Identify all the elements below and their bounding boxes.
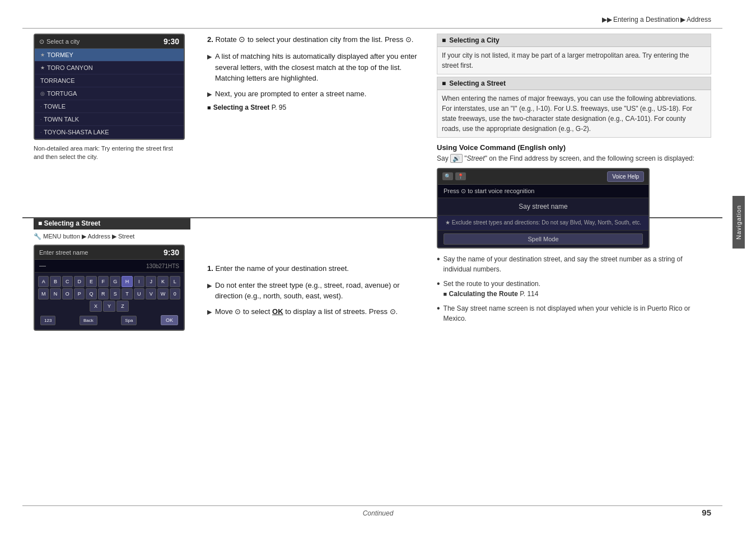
key-N[interactable]: N [50,288,60,299]
key-J[interactable]: J [146,276,156,287]
city-item-text-6: TOYON-SHASTA LAKE [44,129,109,135]
key-H[interactable]: H [122,276,132,287]
step2-ref-icon: ■ [207,104,211,111]
city-screen-time: 9:30 [164,37,179,46]
city-item-text-1: TORO CANYON [47,64,93,71]
street-counter: 130b271HTS [146,263,179,269]
step1-number: 1. [207,264,213,273]
street-box-icon: ■ [442,79,446,87]
continued-text: Continued [363,509,394,517]
key-B[interactable]: B [50,276,60,287]
key-C[interactable]: C [62,276,73,287]
key-E[interactable]: E [86,276,96,287]
step1-bullet2-text: Move ⊙ to select OK to display a list of… [215,306,398,317]
say-icon: 🔊 [450,154,463,163]
key-T[interactable]: T [122,288,132,299]
step1-bullet2: ▶ Move ⊙ to select OK to display a list … [207,306,420,317]
voice-spell-button[interactable]: Spell Mode [444,233,643,245]
key-D[interactable]: D [74,276,85,287]
key-M[interactable]: M [38,288,49,299]
street-screen-title: Enter street name [39,249,88,256]
key-0[interactable]: 0 [170,288,180,299]
keyboard-row-3: X Y Z [38,301,180,312]
key-ok[interactable]: OK [161,315,178,325]
city-list-item-6: · TOYON-SHASTA LAKE [35,126,184,139]
key-V[interactable]: V [146,288,156,299]
right-column: ■ Selecting a City If your city is not l… [437,34,711,328]
city-list-item-0: ★ TORMEY [35,49,184,62]
voice-screen-header: 🔍 📍 Voice Help [438,169,648,185]
bottom-rule [22,505,722,506]
voice-ref-icon: ■ [444,291,447,297]
selecting-city-box: ■ Selecting a City If your city is not l… [437,34,711,74]
key-Q[interactable]: Q [86,288,96,299]
key-O[interactable]: O [62,288,73,299]
key-G[interactable]: G [110,276,120,287]
voice-info-row: ★ Exclude street types and directions: D… [438,216,648,231]
key-Z[interactable]: Z [116,301,129,312]
key-U[interactable]: U [134,288,144,299]
voice-say-row: Say street name [438,198,648,216]
step2-ref: ■ Selecting a Street P. 95 [207,104,420,111]
key-I[interactable]: I [134,276,144,287]
city-item-text-2: TORRANCE [40,77,75,84]
top-rule [22,28,722,29]
key-R[interactable]: R [98,288,109,299]
step2-ref-label: Selecting a Street P. 95 [213,104,287,111]
city-list-item-3: ◎ TORTUGA [35,87,184,100]
page-number: 95 [702,508,711,517]
city-caption: Non-detailed area mark: Try entering the… [34,144,185,162]
menu-path-icon: 🔧 [34,233,41,240]
voice-icon-2: 📍 [455,172,466,180]
voice-bullet2-content: Set the route to your destination. ■ Cal… [444,279,540,299]
voice-say-text: Say 🔊 "Street" on the Find address by sc… [437,154,711,163]
key-P[interactable]: P [74,288,85,299]
key-K[interactable]: K [157,276,168,287]
breadcrumb-sep: ▶ [680,16,685,24]
key-L[interactable]: L [170,276,180,287]
key-space[interactable]: Spa [121,316,137,325]
city-screen-section: ⊙ Select a city 9:30 ★ TORMEY ★ TORO CAN… [34,34,190,162]
voice-spell-row: Spell Mode [438,231,648,247]
step2-text: 2. Rotate ⊙ to select your destination c… [207,34,420,45]
city-list-item-2: TORRANCE [35,74,184,87]
nav-sidebar-label: Navigation [732,196,745,249]
city-screen-header: ⊙ Select a city 9:30 [35,35,184,49]
street-box-title: Selecting a Street [449,79,506,87]
street-box-header: ■ Selecting a Street [437,77,711,90]
city-box-header: ■ Selecting a City [437,34,711,47]
step1-main: Enter the name of your destination stree… [215,264,348,273]
city-list-item-5: · TOWN TALK [35,113,184,126]
key-W[interactable]: W [157,288,168,299]
street-screen-time: 9:30 [164,248,179,257]
city-list-item-1: ★ TORO CANYON [35,62,184,74]
step2-bullet2: ▶ Next, you are prompted to enter a stre… [207,88,420,100]
keyboard-row-2: M N O P Q R S T U V W 0 [38,288,180,299]
voice-help-button[interactable]: Voice Help [607,171,644,182]
city-screen-title: Select a city [46,38,80,45]
key-S[interactable]: S [110,288,120,299]
key-F[interactable]: F [98,276,109,287]
voice-bullet1-text: Say the name of your destination street,… [444,254,711,274]
keyboard-area: A B C D E F G H I J K L M N O P [35,273,184,330]
street-screen: Enter street name 9:30 — 130b271HTS A B … [34,245,185,331]
voice-bullet2: • Set the route to your destination. ■ C… [437,279,711,299]
key-Y[interactable]: Y [103,301,115,312]
step1-bullet1-text: Do not enter the street type (e.g., stre… [215,280,420,302]
street-input-area: — 130b271HTS [35,260,184,273]
street-menu-path: 🔧 MENU button ▶ Address ▶ Street [34,233,190,240]
voice-command-section: Using Voice Command (English only) Say 🔊… [437,143,711,324]
key-A[interactable]: A [38,276,49,287]
city-item-text-3: TORTUGA [47,90,77,97]
step2-number: 2. [207,35,213,44]
key-123[interactable]: 123 [40,316,55,325]
key-back[interactable]: Back [80,316,97,325]
key-X[interactable]: X [90,301,102,312]
step2-bullet2-text: Next, you are prompted to enter a street… [215,88,366,100]
breadcrumb-entering: Entering a Destination [613,16,679,24]
city-box-title: Selecting a City [449,36,499,44]
street-box-content: When entering the names of major freeway… [437,90,711,137]
step2-bullet1: ▶ A list of matching hits is automatical… [207,51,420,84]
step1-bullet1: ▶ Do not enter the street type (e.g., st… [207,280,420,302]
menu-path-text: MENU button ▶ Address ▶ Street [43,233,134,240]
